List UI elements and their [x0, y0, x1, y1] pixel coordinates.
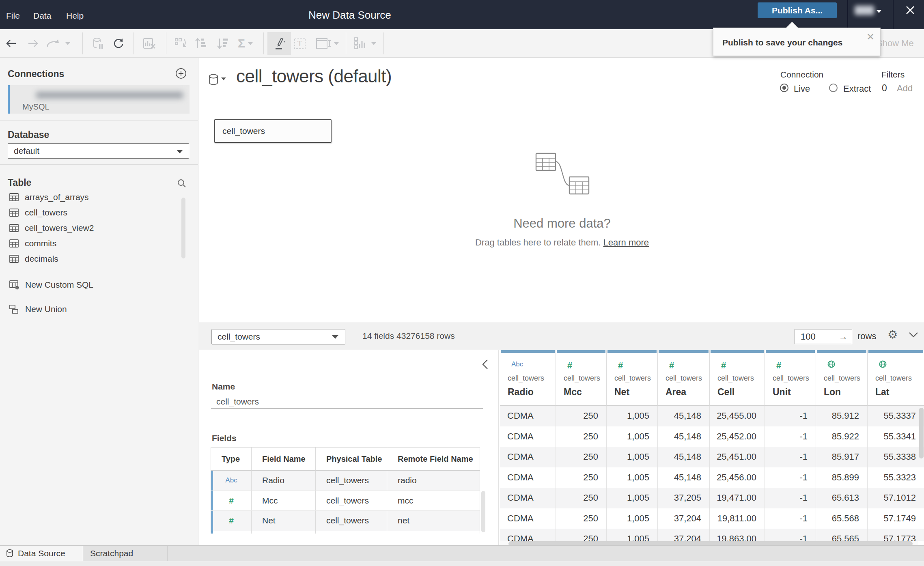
swap-rows-columns-button[interactable]: [174, 29, 187, 58]
field-type-icon: #: [669, 360, 674, 371]
data-source-tab-icon: [6, 549, 14, 558]
grid-row[interactable]: CDMA2501,00545,14825,452.00-185.92255.33…: [500, 426, 924, 447]
sidebar-scrollbar[interactable]: [181, 198, 185, 258]
field-type-icon: #: [618, 360, 623, 371]
sidebar: Connections MySQL Database default Table…: [0, 58, 198, 545]
sort-descending-button[interactable]: [217, 29, 229, 58]
user-avatar[interactable]: [855, 6, 874, 15]
learn-more-link[interactable]: Learn more: [603, 237, 649, 247]
fields-table-scrollbar[interactable]: [481, 491, 485, 532]
grid-col-Unit[interactable]: #cell_towersUnit: [765, 350, 816, 406]
datasource-db-icon[interactable]: [209, 74, 219, 86]
bottom-strip: [0, 561, 924, 566]
connection-item[interactable]: MySQL: [8, 85, 190, 114]
replay-button[interactable]: [46, 29, 60, 58]
window-title: New Data Source: [308, 0, 391, 29]
field-row-Net[interactable]: #Netcell_towersnet: [211, 511, 480, 531]
pause-updates-button[interactable]: [93, 29, 104, 58]
publish-tooltip: Publish to save your changes ✕: [713, 28, 881, 56]
sidebar-table-decimals[interactable]: decimals: [0, 251, 179, 267]
field-type-icon: Abc: [211, 471, 251, 491]
replay-caret-icon[interactable]: [65, 29, 71, 58]
highlight-button[interactable]: [272, 29, 286, 58]
grid-row[interactable]: CDMA2501,00537,20519,471.00-165.61357.10…: [500, 488, 924, 508]
new-union[interactable]: New Union: [0, 301, 179, 317]
search-icon[interactable]: [177, 179, 187, 188]
grid-col-Lon[interactable]: cell_towersLon: [816, 350, 867, 406]
sort-ascending-button[interactable]: [195, 29, 207, 58]
new-custom-sql-label: New Custom SQL: [25, 280, 93, 290]
grid-row[interactable]: CDMA2501,00537,20419,811.00-165.56857.17…: [500, 508, 924, 529]
table-details-band: cell_towers 14 fields 43276158 rows 100 …: [199, 322, 924, 350]
text-label-button[interactable]: T: [294, 29, 306, 58]
grid-vscrollbar[interactable]: [919, 408, 924, 458]
show-mark-type-button[interactable]: [354, 29, 377, 58]
field-type-icon: #: [721, 360, 726, 371]
field-row-partial: [211, 531, 480, 534]
grid-row[interactable]: CDMA2501,00537,20419,863.00-165.56557.17…: [500, 529, 924, 541]
tab-data-source[interactable]: Data Source: [0, 546, 83, 561]
scratchpad-tab-label: Scratchpad: [90, 549, 133, 558]
menu-help[interactable]: Help: [66, 0, 84, 29]
grid-row[interactable]: CDMA2501,00545,14825,455.00-185.91255.33…: [500, 406, 924, 426]
connection-name-redacted: [36, 92, 183, 99]
add-connection-icon[interactable]: [175, 68, 187, 79]
database-select[interactable]: default: [8, 143, 189, 159]
filters-add-button[interactable]: Add: [897, 83, 913, 94]
redo-button[interactable]: [28, 29, 39, 58]
sidebar-table-arrays_of_arrays[interactable]: arrays_of_arrays: [0, 189, 179, 205]
tooltip-close-icon[interactable]: ✕: [866, 32, 874, 42]
user-menu-caret-icon[interactable]: [876, 10, 882, 13]
undo-button[interactable]: [5, 29, 17, 58]
grid-rows: CDMA2501,00545,14825,455.00-185.91255.33…: [500, 406, 924, 541]
database-heading: Database: [8, 129, 49, 140]
datasource-title[interactable]: cell_towers (default): [236, 66, 392, 86]
extract-radio[interactable]: [829, 84, 838, 92]
collapse-preview-icon[interactable]: [908, 331, 919, 338]
name-value[interactable]: cell_towers: [216, 397, 259, 407]
rows-label: rows: [857, 331, 876, 342]
fit-selector[interactable]: [316, 29, 339, 58]
collapse-panel-icon[interactable]: [481, 359, 489, 370]
menu-data[interactable]: Data: [33, 0, 51, 29]
top-bar: File Data Help New Data Source Publish A…: [0, 0, 924, 29]
metadata-panel: Name cell_towers Fields TypeField NamePh…: [199, 350, 499, 545]
gear-icon[interactable]: ⚙: [887, 328, 898, 341]
tab-scratchpad[interactable]: Scratchpad: [83, 546, 168, 561]
table-chip[interactable]: cell_towers: [214, 119, 332, 143]
field-row-Radio[interactable]: AbcRadiocell_towersradio: [211, 471, 480, 491]
datasource-caret-icon[interactable]: [221, 77, 226, 80]
grid-row[interactable]: CDMA2501,00545,14825,456.00-185.89955.33…: [500, 467, 924, 488]
clear-sheet-button[interactable]: [143, 29, 156, 58]
grid-col-Cell[interactable]: #cell_towersCell: [709, 350, 765, 406]
menu-file[interactable]: File: [6, 0, 20, 29]
grid-col-Radio[interactable]: Abccell_towersRadio: [500, 350, 556, 406]
grid-row[interactable]: CDMA2501,00545,14825,451.00-185.91755.33…: [500, 447, 924, 467]
table-heading: Table: [8, 177, 31, 188]
apply-rows-arrow-icon[interactable]: →: [839, 329, 848, 344]
sidebar-table-cell_towers[interactable]: cell_towers: [0, 205, 179, 220]
field-type-icon: #: [211, 511, 251, 531]
field-type-icon: #: [211, 491, 251, 511]
totals-button[interactable]: Σ: [238, 29, 253, 58]
fields-label: Fields: [212, 433, 237, 443]
publish-as-button[interactable]: Publish As...: [758, 2, 837, 18]
table-select[interactable]: cell_towers: [211, 329, 345, 344]
refresh-button[interactable]: [112, 29, 124, 58]
grid-col-Mcc[interactable]: #cell_towersMcc: [556, 350, 606, 406]
empty-state: Need more data? Drag tables here to rela…: [467, 150, 657, 248]
fields-col-header: Field Name: [251, 448, 315, 471]
show-me-button[interactable]: Show Me: [877, 29, 914, 58]
topbar-divider: [893, 0, 894, 29]
sidebar-table-commits[interactable]: commits: [0, 236, 179, 251]
field-row-Mcc[interactable]: #Mcccell_towersmcc: [211, 491, 480, 511]
new-custom-sql[interactable]: New Custom SQL: [0, 277, 179, 293]
grid-col-Net[interactable]: #cell_towersNet: [606, 350, 657, 406]
row-count-input[interactable]: 100 →: [795, 329, 852, 344]
fields-col-header: Physical Table: [315, 448, 387, 471]
live-radio[interactable]: [780, 84, 788, 92]
close-icon[interactable]: [905, 5, 915, 15]
grid-col-Area[interactable]: #cell_towersArea: [657, 350, 709, 406]
sidebar-table-cell_towers_view2[interactable]: cell_towers_view2: [0, 220, 179, 236]
grid-col-Lat[interactable]: cell_towersLat: [867, 350, 924, 406]
